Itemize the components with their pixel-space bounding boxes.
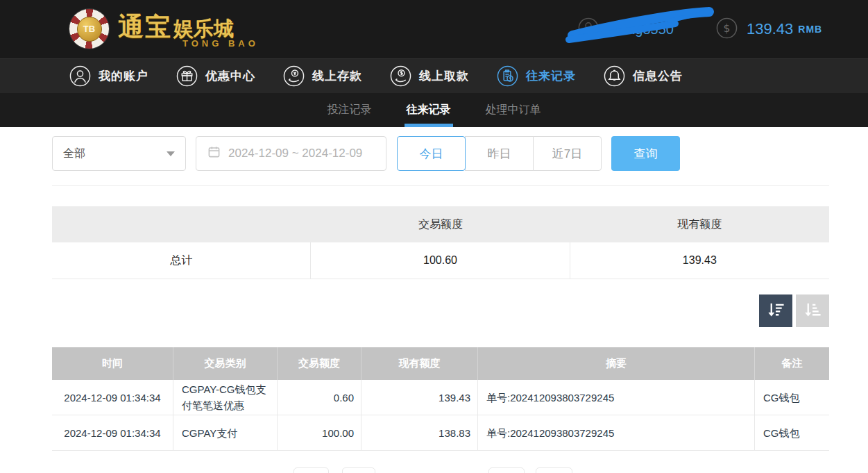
records-table: 时间 交易类别 交易额度 现有额度 摘要 备注 2024-12-09 01:34… (52, 347, 829, 451)
cell-note: CG钱包 (755, 415, 829, 450)
deposit-icon (283, 65, 305, 87)
nav-label: 我的账户 (99, 68, 148, 84)
gift-icon (176, 65, 198, 87)
summary-table: 交易额度 现有额度 总计 100.60 139.43 (52, 206, 829, 279)
type-select-value: 全部 (63, 147, 85, 161)
range-last7days-button[interactable]: 近7日 (533, 136, 602, 171)
cell-amount: 100.00 (278, 415, 361, 450)
range-yesterday-button[interactable]: 昨日 (465, 136, 534, 171)
brand-name-latin: TONG BAO (182, 38, 259, 49)
nav-label: 线上存款 (312, 68, 362, 84)
tab-label: 处理中订单 (486, 103, 541, 117)
calendar-icon (207, 145, 221, 162)
nav-item-my-account[interactable]: 我的账户 (69, 65, 148, 87)
cell-category: CGPAY-CG钱包支付笔笔送优惠 (173, 380, 278, 415)
quick-range-group: 今日 昨日 近7日 (397, 136, 602, 171)
table-row: 2024-12-09 01:34:34 CGPAY支付 100.00 138.8… (52, 415, 829, 451)
nav-item-announcements[interactable]: 信息公告 (604, 65, 683, 87)
sort-controls (52, 294, 829, 327)
sort-descending-button[interactable] (759, 294, 792, 327)
pagination-button[interactable] (342, 467, 375, 473)
brand-name-primary: 通宝 (118, 10, 172, 44)
col-category: 交易类别 (173, 347, 278, 380)
query-button[interactable]: 查询 (611, 136, 680, 171)
svg-text:$: $ (724, 22, 731, 34)
active-tab-underline (405, 124, 453, 127)
filter-row: 全部 2024-12-09 ~ 2024-12-09 今日 昨日 近7日 查询 (52, 136, 829, 171)
sort-ascending-icon (803, 301, 822, 322)
subtab-bar: 投注记录 往来记录 处理中订单 (0, 93, 868, 127)
balance-currency: RMB (798, 24, 822, 35)
transaction-records-page: TB 通宝 娱乐城 TONG BAO cheng8550 (0, 0, 868, 473)
cell-summary: 单号:202412093803729245 (478, 380, 755, 415)
date-range-input[interactable]: 2024-12-09 ~ 2024-12-09 (196, 136, 386, 171)
summary-total-label: 总计 (52, 242, 311, 279)
pagination-button[interactable] (293, 467, 329, 473)
sort-ascending-button[interactable] (796, 294, 829, 327)
site-logo[interactable]: TB 通宝 娱乐城 TONG BAO (69, 9, 259, 49)
summary-total-row: 总计 100.60 139.43 (52, 242, 829, 279)
bell-icon (604, 65, 625, 87)
summary-table-header: 交易额度 现有额度 (52, 206, 829, 242)
cell-balance: 138.83 (361, 415, 478, 450)
chevron-down-icon (167, 151, 175, 156)
withdraw-icon (390, 65, 411, 87)
col-balance: 现有额度 (361, 347, 478, 380)
balance-amount: 139.43 (747, 20, 793, 38)
range-today-button[interactable]: 今日 (397, 136, 466, 171)
section-divider (52, 185, 829, 186)
user-avatar-icon (578, 17, 599, 41)
content-area: 全部 2024-12-09 ~ 2024-12-09 今日 昨日 近7日 查询 (52, 136, 829, 451)
cell-summary: 单号:202412093803729245 (478, 415, 755, 450)
col-summary: 摘要 (478, 347, 755, 380)
chip-label: TB (77, 17, 102, 42)
summary-transaction-amount: 100.60 (311, 242, 570, 279)
nav-item-deposit[interactable]: 线上存款 (283, 65, 362, 87)
cell-category: CGPAY支付 (173, 415, 278, 450)
summary-col-current-amount: 现有额度 (570, 206, 829, 242)
tab-bet-records[interactable]: 投注记录 (325, 93, 374, 127)
records-icon (497, 65, 518, 87)
tab-label: 往来记录 (407, 103, 451, 117)
pagination-button[interactable] (488, 467, 525, 473)
logo-text: 通宝 娱乐城 TONG BAO (118, 10, 259, 49)
summary-col-empty (52, 206, 311, 242)
main-nav: 我的账户 优惠中心 (0, 58, 868, 93)
nav-label: 优惠中心 (205, 68, 255, 84)
summary-col-transaction-amount: 交易额度 (311, 206, 570, 242)
nav-label: 往来记录 (526, 68, 576, 84)
user-info[interactable]: cheng8550 (578, 0, 674, 58)
username-text: cheng8550 (605, 22, 674, 38)
wallet-balance[interactable]: $ 139.43 RMB (716, 0, 822, 58)
table-row: 2024-12-09 01:34:34 CGPAY-CG钱包支付笔笔送优惠 0.… (52, 380, 829, 415)
date-range-value: 2024-12-09 ~ 2024-12-09 (228, 147, 362, 160)
sort-descending-icon (767, 301, 785, 322)
cell-note: CG钱包 (755, 380, 829, 415)
nav-label: 信息公告 (633, 68, 683, 84)
user-circle-icon (69, 65, 91, 87)
summary-current-amount: 139.43 (570, 242, 829, 279)
tab-label: 投注记录 (327, 103, 372, 117)
col-amount: 交易额度 (278, 347, 361, 380)
records-table-header: 时间 交易类别 交易额度 现有额度 摘要 备注 (52, 347, 829, 380)
col-time: 时间 (52, 347, 173, 380)
nav-item-promotions[interactable]: 优惠中心 (176, 65, 255, 87)
nav-item-withdraw[interactable]: 线上取款 (390, 65, 469, 87)
col-note: 备注 (755, 347, 829, 380)
tab-pending-orders[interactable]: 处理中订单 (484, 93, 543, 127)
pagination-button[interactable] (536, 467, 572, 473)
cell-time: 2024-12-09 01:34:34 (52, 415, 173, 450)
cell-time: 2024-12-09 01:34:34 (52, 380, 173, 415)
cell-amount: 0.60 (278, 380, 361, 415)
cell-balance: 139.43 (361, 380, 478, 415)
dollar-circle-icon: $ (716, 17, 738, 42)
type-select[interactable]: 全部 (52, 136, 186, 171)
nav-item-transaction-records[interactable]: 往来记录 (497, 65, 576, 87)
top-header: TB 通宝 娱乐城 TONG BAO cheng8550 (0, 0, 868, 58)
tab-transaction-records[interactable]: 往来记录 (405, 93, 453, 127)
poker-chip-icon: TB (69, 9, 109, 49)
nav-label: 线上取款 (419, 68, 469, 84)
